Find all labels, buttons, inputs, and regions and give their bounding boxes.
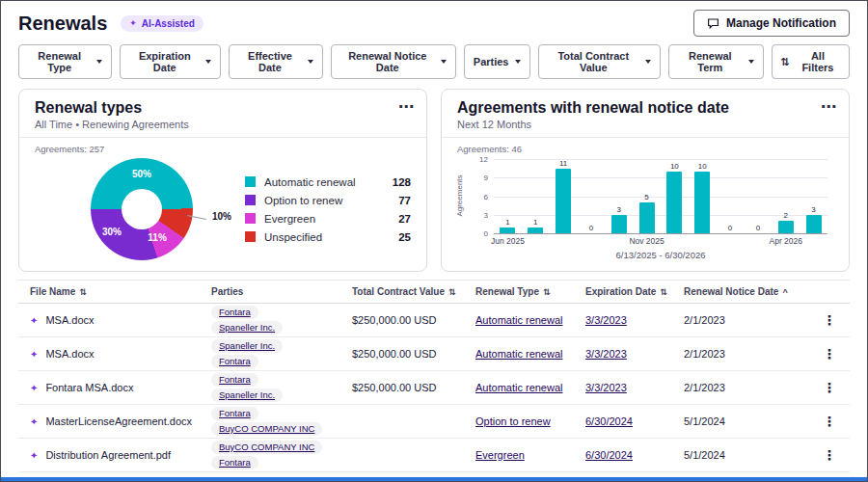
bar-jan-2026[interactable] [694,172,710,233]
expiration-date-cell: 6/30/2024 [585,405,684,439]
renewal-type-link[interactable]: Evergreen [475,449,525,461]
bar-jul-2025[interactable] [528,228,543,233]
expiration-date-link[interactable]: 6/30/2024 [585,449,633,461]
table-row[interactable]: ✦Distribution Agreement.pdfBuyCO COMPANY… [18,439,850,472]
renewal-type-cell: Option to renew [475,405,585,439]
party-chip[interactable]: Spaneller Inc. [211,339,283,353]
sort-both-icon[interactable]: ⇅ [543,287,551,297]
bar-aug-2025[interactable] [556,169,571,233]
manage-notification-button[interactable]: Manage Notification [693,10,850,37]
party-chip[interactable]: BuyCO COMPANY INC [211,422,322,436]
file-name[interactable]: Distribution Agreement.pdf [45,449,171,461]
column-header-file-name[interactable]: File Name⇅ [18,281,211,304]
file-name[interactable]: Fontara MSA.docx [45,382,133,393]
row-menu-button[interactable]: ⋮ [815,445,844,465]
filter-renewal-term[interactable]: Renewal Term [668,44,764,79]
legend-item: Option to renew77 [245,195,411,206]
expiration-date-link[interactable]: 6/30/2024 [585,415,633,427]
row-menu-button[interactable]: ⋮ [815,378,844,397]
file-name[interactable]: MSA.docx [45,314,94,326]
y-tick-label: 6 [484,192,488,201]
party-chip[interactable]: Fontara [211,355,258,368]
party-chips: BuyCO COMPANY INCFontara [211,441,348,469]
bar-value-label: 2 [783,211,787,220]
sort-both-icon[interactable]: ⇅ [79,287,87,297]
all-filters-button[interactable]: ⇅ All Filters [772,44,850,79]
column-label: Total Contract Value [352,286,445,297]
bar-apr-2026[interactable] [778,221,794,233]
bar-oct-2025[interactable] [611,215,627,233]
chart-caption: 6/13/2025 - 6/30/2026 [494,250,827,260]
filter-label: Total Contract Value [548,50,640,73]
bar-slot: 0 [744,159,772,233]
column-label: Renewal Notice Date [684,286,778,297]
party-chip[interactable]: Spaneller Inc. [211,321,283,335]
legend-label: Automatic renewal [264,176,356,188]
bar-slot: 1 [522,159,550,233]
x-tick-label: Apr 2026 [770,236,803,246]
renewal-type-link[interactable]: Automatic renewal [475,348,563,360]
card-menu-button[interactable]: ⋯ [398,97,415,116]
card-header: Renewal types All Time • Renewing Agreem… [19,90,426,138]
row-menu-button[interactable]: ⋮ [815,310,844,330]
table-row[interactable]: ✦MSA.docxSpaneller Inc.Fontara$250,000.0… [18,337,850,371]
bar-slot: 2 [772,159,800,233]
ai-sparkle-icon: ✦ [30,416,38,427]
expiration-date-cell: 3/3/2023 [585,371,684,405]
expiration-date-link[interactable]: 3/3/2023 [585,314,627,326]
column-header-total-contract-value[interactable]: Total Contract Value⇅ [352,281,475,304]
table-row[interactable]: ✦MSA.docxFontaraSpaneller Inc.$250,000.0… [18,304,850,337]
table-row[interactable]: ✦Fontara MSA.docxFontaraSpaneller Inc.$2… [18,371,850,405]
party-chip[interactable]: Fontara [211,306,258,319]
card-menu-button[interactable]: ⋯ [821,97,837,116]
row-actions-cell: ⋮ [805,304,850,337]
filter-effective-date[interactable]: Effective Date [229,44,323,79]
total-contract-value-cell: $250,000.00 USD [352,304,475,337]
party-chip[interactable]: Fontara [211,373,258,387]
table-row[interactable]: ✦MasterLicenseAgreement.docxFontaraBuyCO… [18,405,850,439]
filter-renewal-type[interactable]: Renewal Type [18,44,112,79]
party-chip[interactable]: Fontara [211,456,258,469]
column-header-renewal-notice-date[interactable]: Renewal Notice Date^ [684,281,805,304]
bar-jun-2025[interactable] [500,228,515,233]
bar-value-label: 0 [589,224,593,232]
bar-nov-2025[interactable] [639,202,655,233]
agreements-count: Agreements: 46 [457,144,522,154]
row-menu-button[interactable]: ⋮ [815,344,844,363]
filter-total-contract-value[interactable]: Total Contract Value [538,44,662,79]
column-header-parties[interactable]: Parties [211,281,352,304]
column-header-expiration-date[interactable]: Expiration Date⇅ [585,281,684,304]
card-title: Renewal types [35,99,411,117]
renewal-type-link[interactable]: Automatic renewal [475,382,563,393]
party-chip[interactable]: Spaneller Inc. [211,388,283,402]
filter-renewal-notice-date[interactable]: Renewal Notice Date [331,44,456,79]
y-axis-label: Agreements [455,173,464,219]
renewal-type-link[interactable]: Option to renew [475,415,551,427]
sort-both-icon[interactable]: ⇅ [448,287,456,297]
sort-asc-icon[interactable]: ^ [782,287,787,297]
renewal-type-link[interactable]: Automatic renewal [475,314,563,326]
renewal-types-card: Renewal types All Time • Renewing Agreem… [18,89,427,272]
bar-may-2026[interactable] [806,215,822,233]
party-chip[interactable]: BuyCO COMPANY INC [211,441,322,454]
filter-expiration-date[interactable]: Expiration Date [120,44,221,79]
file-name[interactable]: MasterLicenseAgreement.docx [45,415,192,427]
renewal-type-cell: Automatic renewal [475,304,585,337]
file-name[interactable]: MSA.docx [45,348,94,360]
filter-parties[interactable]: Parties [464,44,530,79]
sort-both-icon[interactable]: ⇅ [660,287,667,297]
renewal-notice-date-cell: 2/1/2023 [684,337,805,371]
legend-value: 27 [398,213,411,225]
legend-item: Automatic renewal128 [245,176,411,188]
party-chip[interactable]: Fontara [211,407,258,420]
renewal-notice-date-cell: 5/1/2024 [684,439,805,472]
row-menu-button[interactable]: ⋮ [815,412,844,431]
bar-dec-2025[interactable] [666,172,682,233]
column-header-renewal-type[interactable]: Renewal Type⇅ [475,281,585,304]
chevron-down-icon [515,60,521,64]
bar-slot: 3 [800,159,827,233]
expiration-date-link[interactable]: 3/3/2023 [585,382,627,393]
total-contract-value-cell [352,439,475,472]
renewal-type-cell: Automatic renewal [475,337,585,371]
expiration-date-link[interactable]: 3/3/2023 [585,348,627,360]
